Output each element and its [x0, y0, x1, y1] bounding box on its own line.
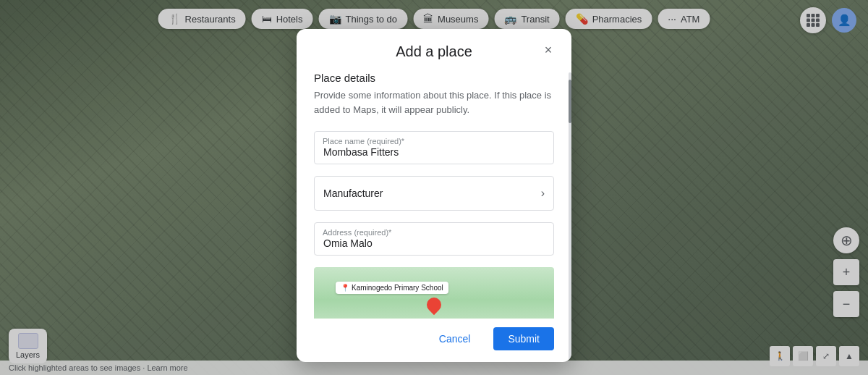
- dialog-footer: Cancel Submit: [297, 319, 571, 362]
- place-name-input[interactable]: [314, 131, 554, 164]
- modal-backdrop: Add a place × Place details Provide some…: [0, 0, 868, 375]
- dialog-content: Place details Provide some information a…: [297, 72, 571, 319]
- address-input[interactable]: [314, 222, 554, 256]
- category-label: Manufacturer: [323, 188, 383, 199]
- mini-map-preview: 📍 Kaminogedo Primary School: [314, 267, 554, 319]
- cancel-button[interactable]: Cancel: [425, 327, 485, 350]
- section-title: Place details: [314, 72, 554, 84]
- dialog-header: Add a place ×: [297, 29, 571, 72]
- scroll-indicator: [569, 72, 571, 362]
- section-description: Provide some information about this plac…: [314, 88, 554, 117]
- scroll-thumb: [569, 80, 571, 123]
- dialog-close-button[interactable]: ×: [537, 39, 560, 62]
- add-place-dialog: Add a place × Place details Provide some…: [297, 29, 571, 362]
- address-field-group: Address (required)*: [314, 222, 554, 256]
- category-selector[interactable]: Manufacturer ›: [314, 176, 554, 211]
- place-name-field-group: Place name (required)*: [314, 131, 554, 164]
- submit-button[interactable]: Submit: [493, 327, 554, 350]
- mini-map-label: 📍 Kaminogedo Primary School: [336, 282, 448, 294]
- dialog-title: Add a place: [396, 43, 472, 60]
- chevron-right-icon: ›: [541, 187, 545, 200]
